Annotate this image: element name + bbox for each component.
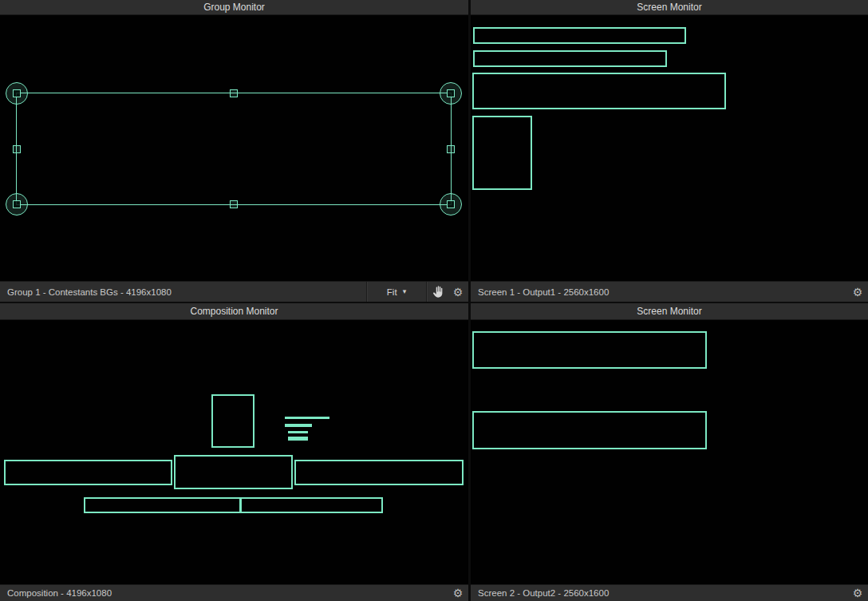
panel-title: Screen Monitor bbox=[637, 2, 701, 13]
content-rect[interactable] bbox=[285, 417, 329, 419]
selection-handle-bottom-left[interactable] bbox=[6, 193, 28, 215]
composition-settings-button[interactable]: ⚙ bbox=[448, 585, 468, 601]
screen1-status-text: Screen 1 - Output1 - 2560x1600 bbox=[471, 287, 847, 297]
gear-icon: ⚙ bbox=[853, 287, 863, 298]
group-monitor-canvas[interactable] bbox=[0, 15, 468, 281]
screen2-settings-button[interactable]: ⚙ bbox=[847, 585, 868, 601]
content-rect[interactable] bbox=[472, 331, 707, 369]
selection-handle-top-left[interactable] bbox=[6, 82, 28, 105]
screen1-monitor-panel: Screen Monitor Screen 1 - Output1 - 2560… bbox=[471, 0, 868, 302]
fit-dropdown-label: Fit bbox=[387, 287, 397, 297]
screen1-monitor-header: Screen Monitor bbox=[471, 0, 868, 15]
selection-handle-bottom-right[interactable] bbox=[440, 193, 462, 215]
gear-icon: ⚙ bbox=[853, 587, 863, 599]
group-monitor-statusbar: Group 1 - Contestants BGs - 4196x1080 Fi… bbox=[0, 281, 468, 302]
group-status-text: Group 1 - Contestants BGs - 4196x1080 bbox=[0, 287, 366, 297]
screen2-monitor-canvas[interactable] bbox=[471, 320, 868, 584]
panel-title: Screen Monitor bbox=[637, 306, 701, 317]
selection-handle-top-right[interactable] bbox=[440, 82, 462, 105]
content-rect[interactable] bbox=[472, 73, 726, 109]
panel-title: Composition Monitor bbox=[190, 306, 278, 317]
content-rect[interactable] bbox=[4, 460, 172, 485]
selection-handle-left[interactable] bbox=[13, 145, 21, 153]
group-selection-box[interactable] bbox=[16, 93, 452, 205]
composition-status-text: Composition - 4196x1080 bbox=[0, 588, 448, 598]
composition-monitor-header: Composition Monitor bbox=[0, 303, 468, 320]
content-rect[interactable] bbox=[288, 431, 308, 433]
screen1-settings-button[interactable]: ⚙ bbox=[847, 282, 868, 302]
content-rect[interactable] bbox=[472, 411, 707, 449]
chevron-down-icon: ▾ bbox=[403, 288, 407, 295]
content-rect[interactable] bbox=[288, 437, 308, 441]
content-rect[interactable] bbox=[285, 424, 312, 427]
screen1-monitor-statusbar: Screen 1 - Output1 - 2560x1600 ⚙ bbox=[471, 281, 868, 302]
screen2-monitor-panel: Screen Monitor Screen 2 - Output2 - 2560… bbox=[471, 303, 868, 601]
advanced-output-window: Group Monitor Group 1 - Contestants BGs … bbox=[0, 0, 868, 601]
group-monitor-panel: Group Monitor Group 1 - Contestants BGs … bbox=[0, 0, 468, 302]
content-rect[interactable] bbox=[240, 497, 383, 513]
screen2-monitor-statusbar: Screen 2 - Output2 - 2560x1600 ⚙ bbox=[471, 584, 868, 601]
content-rect[interactable] bbox=[294, 460, 464, 485]
selection-handle-bottom[interactable] bbox=[230, 200, 238, 208]
content-rect[interactable] bbox=[473, 50, 667, 67]
content-rect[interactable] bbox=[174, 455, 293, 489]
content-rect[interactable] bbox=[473, 27, 686, 44]
gear-icon: ⚙ bbox=[453, 287, 464, 298]
screen2-monitor-header: Screen Monitor bbox=[471, 303, 868, 320]
group-settings-button[interactable]: ⚙ bbox=[448, 282, 468, 302]
composition-monitor-canvas[interactable] bbox=[0, 320, 468, 584]
fit-dropdown[interactable]: Fit ▾ bbox=[367, 282, 426, 302]
pan-hand-button[interactable] bbox=[427, 282, 448, 302]
content-rect[interactable] bbox=[472, 116, 532, 190]
content-rect[interactable] bbox=[211, 394, 254, 448]
content-rect[interactable] bbox=[84, 497, 241, 513]
composition-monitor-panel: Composition Monitor Composition - 4196x1… bbox=[0, 303, 468, 601]
screen1-monitor-canvas[interactable] bbox=[471, 15, 868, 281]
pan-hand-icon bbox=[432, 286, 443, 298]
selection-handle-right[interactable] bbox=[447, 145, 455, 153]
panel-title: Group Monitor bbox=[203, 2, 265, 13]
group-monitor-header: Group Monitor bbox=[0, 0, 468, 15]
screen2-status-text: Screen 2 - Output2 - 2560x1600 bbox=[471, 588, 847, 598]
gear-icon: ⚙ bbox=[453, 587, 464, 599]
selection-handle-top[interactable] bbox=[230, 89, 238, 97]
composition-monitor-statusbar: Composition - 4196x1080 ⚙ bbox=[0, 584, 468, 601]
